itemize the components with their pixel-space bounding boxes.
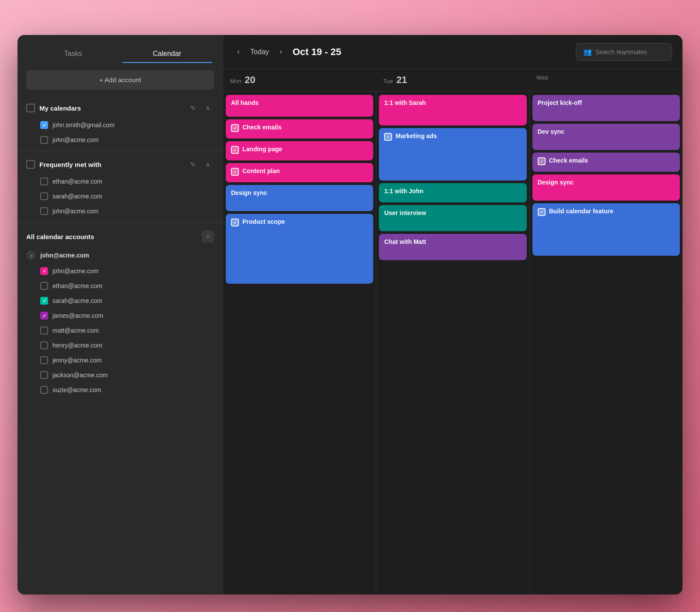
product-scope-title: Product scope bbox=[242, 218, 285, 225]
event-1on1-john-title: 1:1 with John bbox=[384, 188, 521, 195]
ethan-acme-freq-checkbox[interactable] bbox=[40, 177, 48, 185]
product-scope-checkbox[interactable]: ✓ bbox=[231, 219, 239, 226]
account-group-name: john@acme.com bbox=[40, 252, 89, 259]
build-calendar-title: Build calendar feature bbox=[549, 208, 613, 215]
account-group-john: ∨ john@acme.com ✓ john@acme.com ethan@ac… bbox=[18, 247, 223, 397]
content-plan-title: Content plan bbox=[242, 167, 280, 174]
my-calendars-actions: ✎ ∧ bbox=[187, 102, 214, 114]
all-accounts-collapse-btn[interactable]: ∨ bbox=[202, 230, 214, 243]
list-item[interactable]: sarah@acme.com bbox=[18, 189, 223, 204]
day-name-mon: Mon bbox=[230, 78, 241, 84]
my-calendars-title: My calendars bbox=[39, 104, 182, 112]
list-item[interactable]: john@acme.com bbox=[18, 204, 223, 219]
day-num-tue: 21 bbox=[396, 74, 407, 86]
my-calendars-collapse-btn[interactable]: ∧ bbox=[202, 102, 214, 114]
ethan-acme-all-checkbox[interactable] bbox=[40, 282, 48, 290]
add-account-button[interactable]: + Add account bbox=[26, 70, 214, 90]
list-item[interactable]: ethan@acme.com bbox=[18, 278, 223, 293]
event-chat-with-matt[interactable]: Chat with Matt bbox=[379, 234, 526, 260]
henry-acme-all-checkbox[interactable] bbox=[40, 341, 48, 349]
suzie-acme-all-checkbox[interactable] bbox=[40, 386, 48, 394]
jenny-acme-all-checkbox[interactable] bbox=[40, 356, 48, 364]
event-check-emails-mon[interactable]: ✓ Check emails bbox=[226, 119, 373, 139]
check-emails-wed-checkbox[interactable]: ✓ bbox=[538, 157, 546, 165]
jackson-acme-all-label: jackson@acme.com bbox=[52, 372, 108, 379]
event-1on1-sarah[interactable]: 1:1 with Sarah bbox=[379, 95, 526, 125]
sarah-acme-freq-label: sarah@acme.com bbox=[52, 193, 102, 200]
landing-page-title: Landing page bbox=[242, 146, 282, 153]
frequently-met-actions: ✎ ∧ bbox=[187, 158, 214, 170]
john-smith-gmail-checkbox[interactable]: ✓ bbox=[40, 121, 48, 129]
search-teammates-placeholder: Search teammates bbox=[595, 49, 647, 56]
list-item[interactable]: jackson@acme.com bbox=[18, 368, 223, 382]
frequently-met-checkbox[interactable] bbox=[26, 160, 35, 169]
list-item[interactable]: ✓ james@acme.com bbox=[18, 308, 223, 323]
list-item[interactable]: suzie@acme.com bbox=[18, 382, 223, 397]
matt-acme-all-label: matt@acme.com bbox=[52, 327, 99, 334]
matt-acme-all-checkbox[interactable] bbox=[40, 327, 48, 334]
account-group-chevron[interactable]: ∨ bbox=[26, 250, 36, 260]
jenny-acme-all-label: jenny@acme.com bbox=[52, 357, 102, 364]
john-smith-gmail-label: john.smith@gmail.com bbox=[52, 122, 115, 129]
today-button[interactable]: Today bbox=[250, 48, 269, 56]
list-item[interactable]: ✓ sarah@acme.com bbox=[18, 293, 223, 308]
all-accounts-title: All calendar accounts bbox=[26, 233, 197, 240]
frequently-met-collapse-btn[interactable]: ∧ bbox=[202, 158, 214, 170]
marketing-ads-checkbox[interactable]: ✓ bbox=[384, 133, 392, 141]
frequently-met-title: Frequently met with bbox=[39, 161, 182, 168]
my-calendars-edit-btn[interactable]: ✎ bbox=[187, 102, 199, 114]
event-1on1-john[interactable]: 1:1 with John bbox=[379, 183, 526, 202]
wednesday-column: Project kick-off Dev sync ✓ Check emails… bbox=[530, 91, 682, 595]
search-teammates-input[interactable]: 👥 Search teammates bbox=[576, 43, 672, 61]
john-acme-freq-checkbox[interactable] bbox=[40, 207, 48, 215]
list-item[interactable]: henry@acme.com bbox=[18, 338, 223, 353]
john-acme-freq-label: john@acme.com bbox=[52, 208, 98, 215]
jackson-acme-all-checkbox[interactable] bbox=[40, 371, 48, 379]
next-week-button[interactable]: › bbox=[276, 45, 286, 58]
list-item[interactable]: matt@acme.com bbox=[18, 323, 223, 338]
landing-page-checkbox[interactable]: ✓ bbox=[231, 146, 239, 154]
build-calendar-checkbox[interactable]: ✓ bbox=[538, 208, 546, 216]
event-landing-page[interactable]: ✓ Landing page bbox=[226, 141, 373, 160]
event-dev-sync[interactable]: Dev sync bbox=[532, 124, 680, 150]
event-content-plan[interactable]: ✓ Content plan bbox=[226, 163, 373, 182]
john-acme-mycal-label: john@acme.com bbox=[52, 136, 98, 143]
ethan-acme-all-label: ethan@acme.com bbox=[52, 282, 102, 289]
account-group-header: ∨ john@acme.com bbox=[18, 247, 223, 264]
prev-week-button[interactable]: ‹ bbox=[234, 45, 243, 58]
event-check-emails-wed[interactable]: ✓ Check emails bbox=[532, 153, 680, 172]
event-product-scope[interactable]: ✓ Product scope bbox=[226, 214, 373, 284]
event-all-hands[interactable]: All hands bbox=[226, 95, 373, 117]
check-emails-mon-checkbox[interactable]: ✓ bbox=[231, 124, 239, 132]
day-header-wed: Wed bbox=[529, 69, 682, 91]
list-item[interactable]: ethan@acme.com bbox=[18, 174, 223, 189]
list-item[interactable]: jenny@acme.com bbox=[18, 353, 223, 368]
day-num-mon: 20 bbox=[245, 74, 255, 86]
ethan-acme-freq-label: ethan@acme.com bbox=[52, 178, 102, 185]
event-user-interview[interactable]: User interview bbox=[379, 205, 526, 231]
event-design-sync-mon[interactable]: Design sync bbox=[226, 185, 373, 211]
list-item[interactable]: john@acme.com bbox=[18, 132, 223, 147]
event-project-kickoff[interactable]: Project kick-off bbox=[532, 95, 680, 121]
sarah-acme-freq-checkbox[interactable] bbox=[40, 192, 48, 200]
event-design-sync-wed[interactable]: Design sync bbox=[532, 174, 680, 201]
my-calendars-checkbox[interactable] bbox=[26, 104, 35, 112]
tab-tasks[interactable]: Tasks bbox=[28, 45, 119, 63]
sarah-acme-all-label: sarah@acme.com bbox=[52, 297, 102, 304]
john-acme-mycal-checkbox[interactable] bbox=[40, 136, 48, 144]
event-marketing-ads[interactable]: ✓ Marketing ads bbox=[379, 128, 526, 181]
list-item[interactable]: ✓ john@acme.com bbox=[18, 264, 223, 278]
divider-2 bbox=[18, 222, 223, 223]
frequently-met-edit-btn[interactable]: ✎ bbox=[187, 158, 199, 170]
john-acme-all-checkbox[interactable]: ✓ bbox=[40, 267, 48, 275]
sarah-acme-all-checkbox[interactable]: ✓ bbox=[40, 297, 48, 305]
tab-calendar[interactable]: Calendar bbox=[122, 45, 213, 63]
day-header-mon: Mon 20 bbox=[223, 69, 376, 91]
day-name-wed: Wed bbox=[536, 74, 548, 81]
event-build-calendar[interactable]: ✓ Build calendar feature bbox=[532, 203, 680, 256]
event-user-interview-title: User interview bbox=[384, 209, 521, 216]
list-item[interactable]: ✓ john.smith@gmail.com bbox=[18, 118, 223, 132]
james-acme-all-checkbox[interactable]: ✓ bbox=[40, 312, 48, 320]
content-plan-checkbox[interactable]: ✓ bbox=[231, 168, 239, 176]
day-headers: Mon 20 Tue 21 Wed bbox=[223, 69, 682, 91]
